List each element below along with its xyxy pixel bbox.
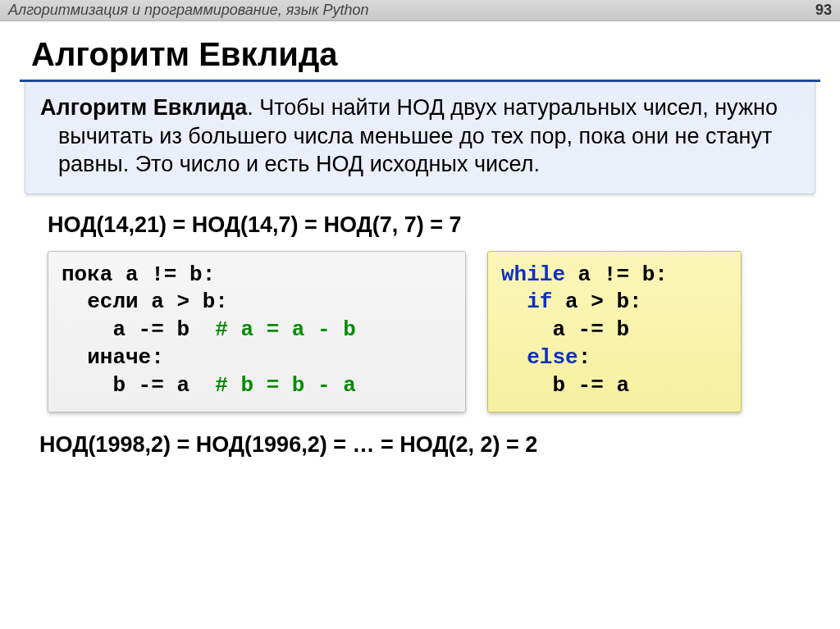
code-line: a != b: xyxy=(565,262,668,287)
code-comment: # b = b - a xyxy=(215,373,356,398)
code-line: иначе: xyxy=(62,345,164,370)
definition-box: Алгоритм Евклида. Чтобы найти НОД двух н… xyxy=(25,82,815,194)
header-bar: Алгоритмизация и программирование, язык … xyxy=(0,0,840,21)
code-line: a > b: xyxy=(552,289,641,314)
example-line-1: НОД(14,21) = НОД(14,7) = НОД(7, 7) = 7 xyxy=(48,212,840,238)
code-line: b -= a xyxy=(501,373,629,398)
code-line: a -= b xyxy=(501,317,629,342)
definition-title: Алгоритм Евклида xyxy=(40,95,247,120)
code-comment: # a = a - b xyxy=(215,317,356,342)
code-line: пока a != b: xyxy=(62,262,215,287)
code-row: пока a != b: если a > b: a -= b # a = a … xyxy=(48,251,815,412)
code-keyword: if xyxy=(501,289,552,314)
code-line: b -= a xyxy=(62,373,215,398)
code-keyword: else xyxy=(501,345,578,370)
code-keyword: while xyxy=(501,262,565,287)
pseudocode-box: пока a != b: если a > b: a -= b # a = a … xyxy=(48,251,466,412)
page-number: 93 xyxy=(815,2,832,19)
code-line: : xyxy=(578,345,591,370)
python-code-box: while a != b: if a > b: a -= b else: b -… xyxy=(487,251,742,412)
header-title: Алгоритмизация и программирование, язык … xyxy=(8,2,368,19)
example-line-2: НОД(1998,2) = НОД(1996,2) = … = НОД(2, 2… xyxy=(39,432,840,458)
page-title: Алгоритм Евклида xyxy=(31,36,840,73)
code-line: если a > b: xyxy=(62,289,228,314)
code-line: a -= b xyxy=(62,317,215,342)
